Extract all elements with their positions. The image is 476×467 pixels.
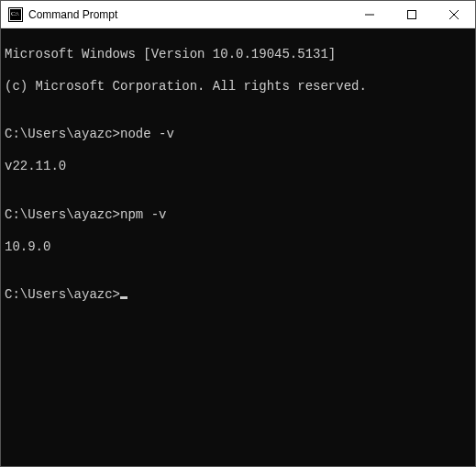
- maximize-button[interactable]: [391, 1, 433, 28]
- terminal-line: C:\Users\ayazc>: [5, 287, 471, 304]
- titlebar[interactable]: C:\ Command Prompt: [1, 1, 475, 28]
- window-controls: [349, 1, 475, 28]
- window-title: Command Prompt: [28, 8, 349, 21]
- terminal-line: (c) Microsoft Corporation. All rights re…: [5, 79, 471, 95]
- terminal-line: 10.9.0: [5, 239, 471, 256]
- svg-text:C:\: C:\: [11, 10, 19, 17]
- prompt: C:\Users\ayazc>: [5, 287, 120, 302]
- command-prompt-window: C:\ Command Prompt Microsoft Windows [Ve…: [0, 0, 476, 467]
- terminal-line: C:\Users\ayazc>npm -v: [5, 207, 471, 224]
- svg-rect-5: [408, 10, 416, 18]
- terminal-line: v22.11.0: [5, 159, 471, 175]
- prompt: C:\Users\ayazc>: [5, 207, 120, 222]
- command-prompt-icon: C:\: [8, 7, 23, 22]
- terminal-line: C:\Users\ayazc>node -v: [5, 127, 471, 143]
- close-button[interactable]: [433, 1, 475, 28]
- terminal-line: Microsoft Windows [Version 10.0.19045.51…: [5, 47, 471, 63]
- command-text: node -v: [120, 127, 174, 141]
- prompt: C:\Users\ayazc>: [5, 127, 120, 141]
- minimize-button[interactable]: [349, 1, 391, 28]
- command-text: npm -v: [120, 207, 166, 222]
- terminal-output[interactable]: Microsoft Windows [Version 10.0.19045.51…: [1, 28, 475, 466]
- cursor: [120, 296, 127, 299]
